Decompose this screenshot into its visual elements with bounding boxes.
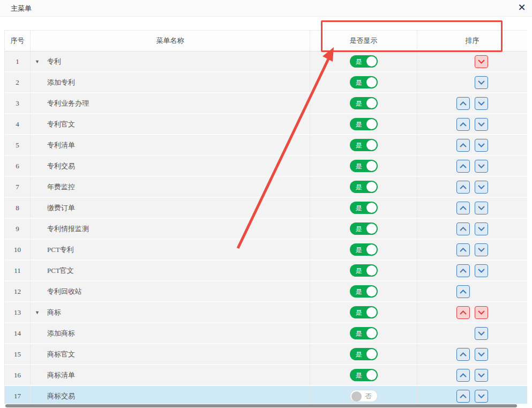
table-row[interactable]: 14添加商标是 — [5, 323, 527, 344]
move-down-button[interactable] — [475, 390, 488, 403]
visibility-toggle[interactable]: 是 — [350, 348, 378, 360]
toggle-state-label: 是 — [356, 161, 362, 170]
table-row[interactable]: 8缴费订单是 — [5, 198, 527, 219]
sort-cell — [417, 93, 527, 113]
visibility-cell: 是 — [310, 281, 417, 301]
move-up-button[interactable] — [456, 202, 470, 214]
visibility-toggle[interactable]: 否 — [350, 390, 378, 402]
move-up-button[interactable] — [456, 97, 470, 110]
move-up-button[interactable] — [456, 306, 470, 319]
vertical-scrollbar-track[interactable] — [527, 30, 532, 404]
table-row[interactable]: 15商标官文是 — [5, 344, 527, 365]
move-down-button[interactable] — [475, 327, 488, 340]
move-up-button[interactable] — [456, 369, 470, 382]
row-index: 5 — [5, 135, 31, 155]
toggle-state-label: 是 — [356, 78, 362, 87]
move-down-button[interactable] — [475, 76, 488, 89]
visibility-toggle[interactable]: 是 — [350, 327, 378, 339]
move-up-button[interactable] — [456, 348, 470, 361]
visibility-toggle[interactable]: 是 — [350, 181, 378, 193]
visibility-toggle[interactable]: 是 — [350, 369, 378, 381]
horizontal-scrollbar-track[interactable] — [0, 404, 532, 408]
visibility-cell: 是 — [310, 323, 417, 343]
move-down-button[interactable] — [475, 202, 488, 214]
toggle-state-label: 是 — [356, 99, 362, 108]
column-header-visibility: 是否显示 — [310, 31, 417, 51]
visibility-toggle[interactable]: 是 — [350, 306, 378, 318]
table-row[interactable]: 9专利情报监测是 — [5, 219, 527, 240]
table-row[interactable]: 6专利交易是 — [5, 156, 527, 177]
table-row[interactable]: 5专利清单是 — [5, 135, 527, 156]
move-down-button[interactable] — [475, 181, 488, 194]
table-row[interactable]: 3专利业务办理是 — [5, 93, 527, 114]
table-row[interactable]: 16商标清单是 — [5, 365, 527, 386]
toggle-knob — [366, 203, 377, 213]
toggle-knob — [366, 349, 377, 359]
visibility-cell: 否 — [310, 386, 417, 406]
move-down-button[interactable] — [475, 222, 488, 235]
table-row[interactable]: 1▼专利是 — [5, 51, 527, 72]
visibility-toggle[interactable]: 是 — [350, 118, 378, 130]
toggle-state-label: 是 — [356, 203, 362, 212]
sort-cell — [417, 365, 527, 385]
row-index: 17 — [5, 386, 31, 406]
visibility-toggle[interactable]: 是 — [350, 97, 378, 109]
move-down-button[interactable] — [475, 306, 488, 319]
row-index: 14 — [5, 323, 31, 343]
table-row[interactable]: 12专利回收站是 — [5, 281, 527, 302]
move-up-button[interactable] — [456, 390, 470, 403]
toggle-state-label: 是 — [356, 308, 362, 317]
move-down-button[interactable] — [475, 264, 488, 277]
move-down-button[interactable] — [475, 369, 488, 382]
move-down-button[interactable] — [475, 55, 488, 68]
collapse-triangle-icon[interactable]: ▼ — [35, 310, 47, 315]
move-down-button[interactable] — [475, 348, 488, 361]
table-row[interactable]: 10PCT专利是 — [5, 240, 527, 261]
sort-cell — [417, 198, 527, 218]
move-down-button[interactable] — [475, 139, 488, 152]
visibility-toggle[interactable]: 是 — [350, 76, 378, 88]
menu-name-cell: 专利情报监测 — [31, 219, 310, 239]
visibility-toggle[interactable]: 是 — [350, 264, 378, 277]
visibility-toggle[interactable]: 是 — [350, 222, 378, 235]
table-row[interactable]: 11PCT官文是 — [5, 261, 527, 281]
menu-name-label: 专利情报监测 — [47, 224, 89, 234]
visibility-toggle[interactable]: 是 — [350, 139, 378, 151]
collapse-triangle-icon[interactable]: ▼ — [35, 59, 47, 64]
move-up-button[interactable] — [456, 243, 470, 256]
toggle-knob — [366, 140, 377, 150]
move-up-button[interactable] — [456, 181, 470, 194]
visibility-cell: 是 — [310, 177, 417, 197]
visibility-toggle[interactable]: 是 — [350, 55, 378, 68]
close-icon[interactable]: ✕ — [516, 2, 528, 13]
move-down-button[interactable] — [475, 160, 488, 173]
move-up-button[interactable] — [456, 160, 470, 173]
move-up-button[interactable] — [456, 264, 470, 277]
menu-name-cell: 缴费订单 — [31, 198, 310, 218]
menu-name-label: 缴费订单 — [47, 203, 75, 213]
horizontal-scrollbar-thumb[interactable] — [5, 404, 517, 407]
move-down-button[interactable] — [475, 243, 488, 256]
visibility-toggle[interactable]: 是 — [350, 285, 378, 298]
menu-name-cell: PCT官文 — [31, 261, 310, 280]
row-index: 1 — [5, 51, 31, 71]
move-down-button[interactable] — [475, 118, 488, 131]
move-up-button[interactable] — [456, 222, 470, 235]
toggle-knob — [366, 328, 377, 338]
table-row[interactable]: 2添加专利是 — [5, 72, 527, 93]
visibility-cell: 是 — [310, 240, 417, 259]
visibility-toggle[interactable]: 是 — [350, 160, 378, 172]
move-up-button[interactable] — [456, 139, 470, 152]
row-index: 2 — [5, 72, 31, 92]
table-row[interactable]: 4专利官文是 — [5, 114, 527, 135]
visibility-toggle[interactable]: 是 — [350, 243, 378, 256]
menu-name-label: 添加商标 — [47, 329, 75, 338]
toggle-knob — [366, 244, 377, 255]
move-down-button[interactable] — [475, 97, 488, 110]
move-up-button[interactable] — [456, 285, 470, 298]
visibility-toggle[interactable]: 是 — [350, 202, 378, 214]
table-row[interactable]: 13▼商标是 — [5, 302, 527, 323]
visibility-cell: 是 — [310, 365, 417, 385]
table-row[interactable]: 7年费监控是 — [5, 177, 527, 198]
move-up-button[interactable] — [456, 118, 470, 131]
